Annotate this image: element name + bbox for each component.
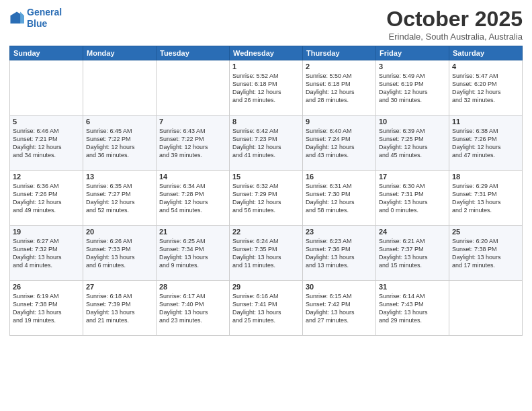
calendar-week-4: 19Sunrise: 6:27 AMSunset: 7:32 PMDayligh… bbox=[10, 226, 523, 281]
day-number: 13 bbox=[86, 173, 153, 181]
calendar-cell: 1Sunrise: 5:52 AMSunset: 6:18 PMDaylight… bbox=[230, 60, 303, 116]
calendar: Sunday Monday Tuesday Wednesday Thursday… bbox=[9, 46, 523, 336]
calendar-cell: 29Sunrise: 6:16 AMSunset: 7:41 PMDayligh… bbox=[230, 281, 303, 336]
calendar-cell: 7Sunrise: 6:43 AMSunset: 7:22 PMDaylight… bbox=[157, 116, 230, 171]
day-info: Sunrise: 6:45 AMSunset: 7:22 PMDaylight:… bbox=[86, 127, 153, 160]
day-info: Sunrise: 5:49 AMSunset: 6:19 PMDaylight:… bbox=[379, 72, 446, 105]
day-number: 11 bbox=[452, 118, 519, 126]
day-info: Sunrise: 6:43 AMSunset: 7:22 PMDaylight:… bbox=[159, 127, 226, 160]
day-number: 4 bbox=[452, 62, 519, 71]
day-number: 6 bbox=[86, 118, 153, 126]
calendar-cell: 15Sunrise: 6:32 AMSunset: 7:29 PMDayligh… bbox=[230, 171, 303, 226]
calendar-week-5: 26Sunrise: 6:19 AMSunset: 7:38 PMDayligh… bbox=[10, 281, 523, 336]
col-friday: Friday bbox=[376, 46, 449, 60]
day-number: 21 bbox=[159, 228, 226, 236]
day-number: 27 bbox=[86, 283, 153, 291]
day-info: Sunrise: 5:52 AMSunset: 6:18 PMDaylight:… bbox=[232, 72, 300, 105]
header: General Blue October 2025 Erindale, Sout… bbox=[9, 7, 523, 42]
day-info: Sunrise: 6:18 AMSunset: 7:39 PMDaylight:… bbox=[86, 292, 153, 325]
calendar-cell: 11Sunrise: 6:38 AMSunset: 7:26 PMDayligh… bbox=[449, 116, 523, 171]
calendar-cell: 23Sunrise: 6:23 AMSunset: 7:36 PMDayligh… bbox=[303, 226, 376, 281]
location-title: Erindale, South Australia, Australia bbox=[386, 32, 523, 42]
day-number: 17 bbox=[379, 173, 446, 181]
calendar-cell: 8Sunrise: 6:42 AMSunset: 7:23 PMDaylight… bbox=[230, 116, 303, 171]
day-info: Sunrise: 6:31 AMSunset: 7:30 PMDaylight:… bbox=[306, 182, 373, 215]
day-number: 3 bbox=[379, 62, 446, 71]
day-number: 23 bbox=[306, 228, 373, 236]
calendar-cell: 25Sunrise: 6:20 AMSunset: 7:38 PMDayligh… bbox=[449, 226, 523, 281]
calendar-week-2: 5Sunrise: 6:46 AMSunset: 7:21 PMDaylight… bbox=[10, 116, 523, 171]
day-info: Sunrise: 6:38 AMSunset: 7:26 PMDaylight:… bbox=[452, 127, 519, 160]
col-wednesday: Wednesday bbox=[230, 46, 303, 60]
day-number: 20 bbox=[86, 228, 153, 236]
col-saturday: Saturday bbox=[449, 46, 523, 60]
day-info: Sunrise: 5:47 AMSunset: 6:20 PMDaylight:… bbox=[452, 72, 519, 105]
col-sunday: Sunday bbox=[10, 46, 83, 60]
calendar-cell: 9Sunrise: 6:40 AMSunset: 7:24 PMDaylight… bbox=[303, 116, 376, 171]
calendar-cell: 31Sunrise: 6:14 AMSunset: 7:43 PMDayligh… bbox=[376, 281, 449, 336]
day-number: 10 bbox=[379, 118, 446, 126]
day-number: 9 bbox=[306, 118, 373, 126]
day-info: Sunrise: 6:14 AMSunset: 7:43 PMDaylight:… bbox=[379, 292, 446, 325]
calendar-cell bbox=[157, 60, 230, 116]
calendar-cell: 19Sunrise: 6:27 AMSunset: 7:32 PMDayligh… bbox=[10, 226, 83, 281]
day-info: Sunrise: 6:29 AMSunset: 7:31 PMDaylight:… bbox=[452, 182, 519, 215]
calendar-cell: 10Sunrise: 6:39 AMSunset: 7:25 PMDayligh… bbox=[376, 116, 449, 171]
day-number: 29 bbox=[232, 283, 300, 291]
day-number: 19 bbox=[13, 228, 80, 236]
day-info: Sunrise: 6:39 AMSunset: 7:25 PMDaylight:… bbox=[379, 127, 446, 160]
day-number: 15 bbox=[232, 173, 300, 181]
day-info: Sunrise: 6:19 AMSunset: 7:38 PMDaylight:… bbox=[13, 292, 80, 325]
day-info: Sunrise: 6:27 AMSunset: 7:32 PMDaylight:… bbox=[13, 237, 80, 270]
calendar-cell: 20Sunrise: 6:26 AMSunset: 7:33 PMDayligh… bbox=[83, 226, 157, 281]
logo-icon bbox=[9, 11, 24, 26]
day-number: 7 bbox=[159, 118, 226, 126]
day-number: 8 bbox=[232, 118, 300, 126]
month-title: October 2025 bbox=[386, 7, 523, 32]
calendar-cell: 17Sunrise: 6:30 AMSunset: 7:31 PMDayligh… bbox=[376, 171, 449, 226]
day-info: Sunrise: 6:16 AMSunset: 7:41 PMDaylight:… bbox=[232, 292, 300, 325]
day-info: Sunrise: 6:40 AMSunset: 7:24 PMDaylight:… bbox=[306, 127, 373, 160]
day-info: Sunrise: 6:42 AMSunset: 7:23 PMDaylight:… bbox=[232, 127, 300, 160]
day-info: Sunrise: 6:21 AMSunset: 7:37 PMDaylight:… bbox=[379, 237, 446, 270]
day-number: 14 bbox=[159, 173, 226, 181]
day-info: Sunrise: 6:24 AMSunset: 7:35 PMDaylight:… bbox=[232, 237, 300, 270]
calendar-cell: 18Sunrise: 6:29 AMSunset: 7:31 PMDayligh… bbox=[449, 171, 523, 226]
day-number: 24 bbox=[379, 228, 446, 236]
day-number: 5 bbox=[13, 118, 80, 126]
calendar-cell: 12Sunrise: 6:36 AMSunset: 7:26 PMDayligh… bbox=[10, 171, 83, 226]
col-thursday: Thursday bbox=[303, 46, 376, 60]
day-info: Sunrise: 6:17 AMSunset: 7:40 PMDaylight:… bbox=[159, 292, 226, 325]
calendar-cell: 14Sunrise: 6:34 AMSunset: 7:28 PMDayligh… bbox=[157, 171, 230, 226]
day-info: Sunrise: 6:35 AMSunset: 7:27 PMDaylight:… bbox=[86, 182, 153, 215]
calendar-header-row: Sunday Monday Tuesday Wednesday Thursday… bbox=[10, 46, 523, 60]
calendar-cell: 22Sunrise: 6:24 AMSunset: 7:35 PMDayligh… bbox=[230, 226, 303, 281]
day-number: 2 bbox=[306, 62, 373, 71]
day-info: Sunrise: 6:30 AMSunset: 7:31 PMDaylight:… bbox=[379, 182, 446, 215]
calendar-cell: 13Sunrise: 6:35 AMSunset: 7:27 PMDayligh… bbox=[83, 171, 157, 226]
calendar-cell: 4Sunrise: 5:47 AMSunset: 6:20 PMDaylight… bbox=[449, 60, 523, 116]
logo-blue: Blue bbox=[27, 18, 47, 29]
col-monday: Monday bbox=[83, 46, 157, 60]
day-info: Sunrise: 6:36 AMSunset: 7:26 PMDaylight:… bbox=[13, 182, 80, 215]
day-info: Sunrise: 6:34 AMSunset: 7:28 PMDaylight:… bbox=[159, 182, 226, 215]
calendar-week-1: 1Sunrise: 5:52 AMSunset: 6:18 PMDaylight… bbox=[10, 60, 523, 116]
calendar-cell: 6Sunrise: 6:45 AMSunset: 7:22 PMDaylight… bbox=[83, 116, 157, 171]
logo-general: General bbox=[27, 7, 62, 17]
title-block: October 2025 Erindale, South Australia, … bbox=[386, 7, 523, 42]
day-number: 1 bbox=[232, 62, 300, 71]
day-number: 12 bbox=[13, 173, 80, 181]
day-info: Sunrise: 6:26 AMSunset: 7:33 PMDaylight:… bbox=[86, 237, 153, 270]
calendar-cell bbox=[449, 281, 523, 336]
page: General Blue October 2025 Erindale, Sout… bbox=[0, 0, 532, 411]
calendar-cell: 2Sunrise: 5:50 AMSunset: 6:18 PMDaylight… bbox=[303, 60, 376, 116]
calendar-cell: 16Sunrise: 6:31 AMSunset: 7:30 PMDayligh… bbox=[303, 171, 376, 226]
day-number: 26 bbox=[13, 283, 80, 291]
svg-marker-1 bbox=[20, 11, 24, 24]
day-number: 25 bbox=[452, 228, 519, 236]
calendar-cell: 3Sunrise: 5:49 AMSunset: 6:19 PMDaylight… bbox=[376, 60, 449, 116]
col-tuesday: Tuesday bbox=[157, 46, 230, 60]
day-info: Sunrise: 6:20 AMSunset: 7:38 PMDaylight:… bbox=[452, 237, 519, 270]
day-number: 28 bbox=[159, 283, 226, 291]
calendar-week-3: 12Sunrise: 6:36 AMSunset: 7:26 PMDayligh… bbox=[10, 171, 523, 226]
